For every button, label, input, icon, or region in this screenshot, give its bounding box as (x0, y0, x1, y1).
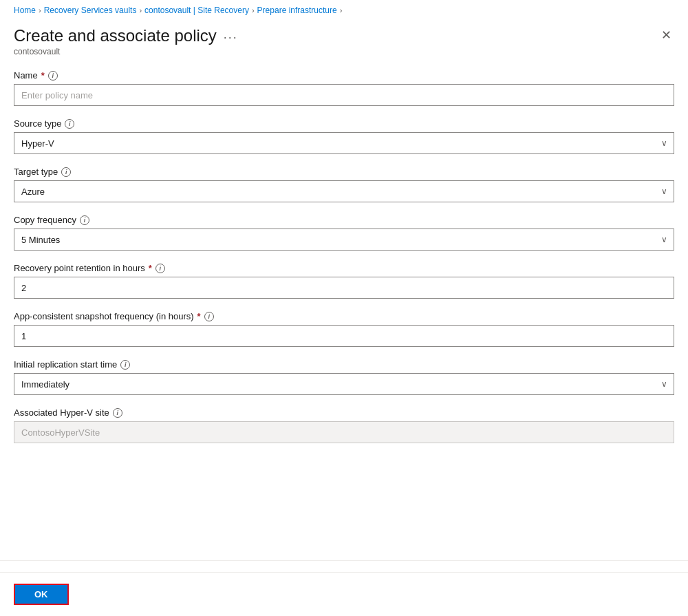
app-snapshot-info-icon[interactable]: i (204, 312, 214, 321)
name-required: * (41, 70, 45, 81)
breadcrumb-recovery-vaults[interactable]: Recovery Services vaults (44, 6, 137, 15)
breadcrumb-home[interactable]: Home (14, 6, 36, 15)
copy-frequency-group: Copy frequency i 5 Minutes 15 Minutes 30… (14, 215, 674, 251)
target-type-group: Target type i Azure ∨ (14, 167, 674, 202)
footer-divider (0, 560, 688, 561)
footer: OK (0, 572, 688, 616)
copy-frequency-label: Copy frequency i (14, 215, 674, 225)
form-body: Name * i Source type i Hyper-V VMware/Ph… (0, 59, 688, 560)
target-type-select-wrapper: Azure ∨ (14, 180, 674, 202)
recovery-retention-required: * (149, 263, 152, 273)
breadcrumb-contosovault[interactable]: contosovault | Site Recovery (144, 6, 249, 15)
breadcrumb-sep-4: › (340, 6, 343, 14)
more-options-icon[interactable]: ··· (224, 30, 238, 45)
breadcrumb-sep-3: › (252, 6, 255, 14)
app-snapshot-group: App-consistent snapshot frequency (in ho… (14, 311, 674, 347)
target-type-info-icon[interactable]: i (61, 167, 71, 177)
recovery-retention-label: Recovery point retention in hours * i (14, 263, 674, 273)
initial-replication-group: Initial replication start time i Immedia… (14, 359, 674, 395)
target-type-select[interactable]: Azure (14, 180, 674, 202)
hyperv-site-label: Associated Hyper-V site i (14, 407, 674, 418)
hyperv-site-group: Associated Hyper-V site i (14, 407, 674, 443)
breadcrumb-sep-2: › (139, 6, 142, 14)
hyperv-site-info-icon[interactable]: i (113, 408, 122, 418)
close-button[interactable]: ✕ (658, 26, 674, 44)
target-type-label: Target type i (14, 167, 674, 177)
recovery-retention-info-icon[interactable]: i (155, 264, 165, 273)
recovery-retention-input[interactable] (14, 277, 674, 299)
source-type-label: Source type i (14, 118, 674, 129)
app-snapshot-input[interactable] (14, 325, 674, 347)
source-type-select-wrapper: Hyper-V VMware/Physical ∨ (14, 132, 674, 154)
initial-replication-info-icon[interactable]: i (120, 360, 130, 370)
page-container: Home › Recovery Services vaults › contos… (0, 0, 688, 616)
panel-title-row: Create and associate policy ··· (14, 26, 238, 45)
copy-frequency-select[interactable]: 5 Minutes 15 Minutes 30 Minutes 1 Hour (14, 229, 674, 251)
source-type-info-icon[interactable]: i (65, 119, 74, 129)
initial-replication-select[interactable]: Immediately Custom time (14, 373, 674, 395)
source-type-group: Source type i Hyper-V VMware/Physical ∨ (14, 118, 674, 154)
ok-button[interactable]: OK (14, 584, 69, 605)
hyperv-site-input (14, 421, 674, 443)
panel-title-area: Create and associate policy ··· contosov… (14, 26, 238, 56)
app-snapshot-label: App-consistent snapshot frequency (in ho… (14, 311, 674, 321)
copy-frequency-select-wrapper: 5 Minutes 15 Minutes 30 Minutes 1 Hour ∨ (14, 229, 674, 251)
initial-replication-label: Initial replication start time i (14, 359, 674, 370)
name-group: Name * i (14, 70, 674, 106)
name-label: Name * i (14, 70, 674, 81)
app-snapshot-required: * (197, 311, 201, 321)
copy-frequency-info-icon[interactable]: i (80, 215, 89, 225)
panel-title: Create and associate policy (14, 26, 217, 45)
breadcrumb: Home › Recovery Services vaults › contos… (0, 0, 688, 21)
name-info-icon[interactable]: i (48, 71, 58, 81)
name-input[interactable] (14, 84, 674, 106)
panel-subtitle: contosovault (14, 47, 238, 56)
breadcrumb-prepare-infra[interactable]: Prepare infrastructure (257, 6, 337, 15)
breadcrumb-sep-1: › (39, 6, 41, 14)
panel-header: Create and associate policy ··· contosov… (0, 21, 688, 59)
source-type-select[interactable]: Hyper-V VMware/Physical (14, 132, 674, 154)
initial-replication-select-wrapper: Immediately Custom time ∨ (14, 373, 674, 395)
recovery-retention-group: Recovery point retention in hours * i (14, 263, 674, 299)
